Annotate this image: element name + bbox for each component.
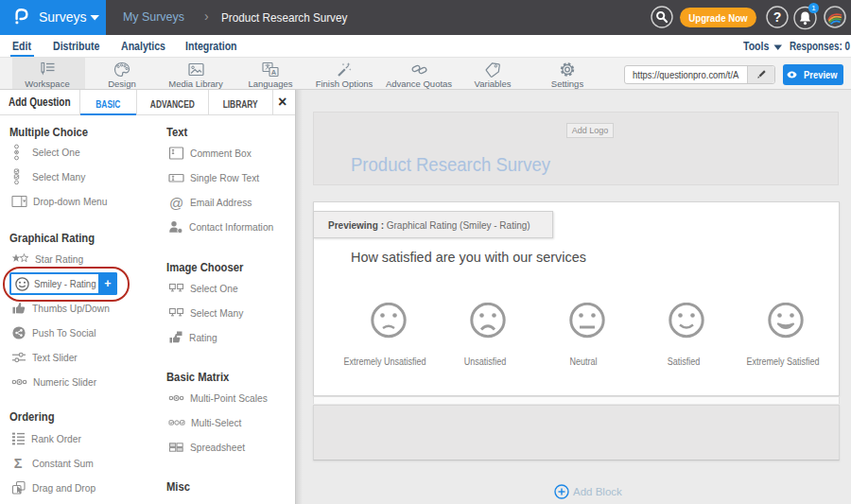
svg-text:@: @ <box>169 195 183 211</box>
svg-text:Σ: Σ <box>14 456 23 471</box>
svg-text:?: ? <box>773 9 782 25</box>
svg-text:A: A <box>271 68 277 77</box>
